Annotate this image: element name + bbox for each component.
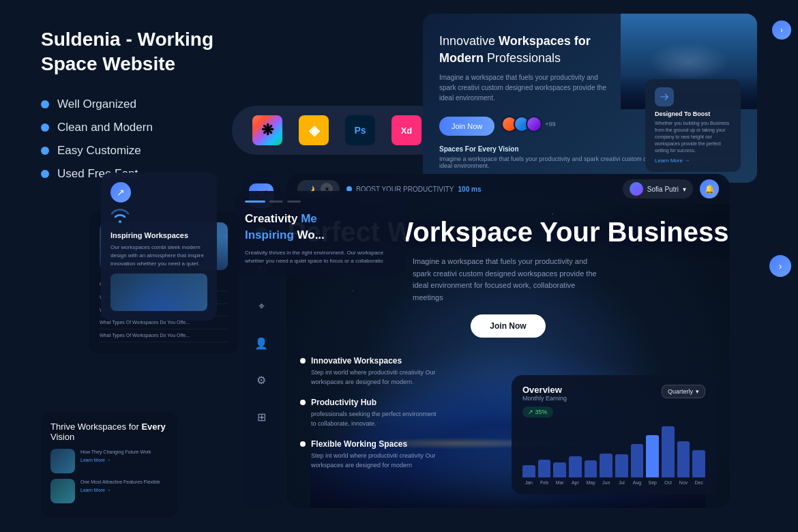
wifi-icon xyxy=(110,208,207,227)
feature-dot-3 xyxy=(41,147,49,155)
inspiring-image xyxy=(110,274,207,311)
chart-label-Dec: Dec xyxy=(692,480,705,485)
avatars-row: +99 xyxy=(501,116,555,132)
chart-label-Feb: Feb xyxy=(538,480,551,485)
chart-title-group: Overview Monthly Earning xyxy=(522,385,567,402)
blog-item-2: One Most Attractive Features Flexible Le… xyxy=(50,479,168,503)
designed-card: Designed To Boost Whether you building y… xyxy=(645,79,741,172)
tools-row: ❋ ◈ Ps Xd xyxy=(232,106,442,155)
main-title: Suldenia - Working Space Website xyxy=(41,27,259,77)
topbar-right: Sofia Putri ▾ 🔔 xyxy=(623,179,719,198)
chart-bar-Jul xyxy=(615,454,628,477)
creativity-card: Creativity MeInspiring Wo... Creativity … xyxy=(235,191,406,275)
main-desc: Imagine a workspace that fuels your prod… xyxy=(385,256,631,304)
blog-thumb-1 xyxy=(50,449,75,473)
creativity-title: Creativity MeInspiring Wo... xyxy=(245,211,396,243)
chart-label-Nov: Nov xyxy=(677,480,690,485)
creativity-desc: Creativity thrives in the right environm… xyxy=(245,249,396,265)
faq-item-5[interactable]: What Types Of Workspaces Do You Offe... xyxy=(100,329,228,342)
chart-label-Jul: Jul xyxy=(615,480,628,485)
features-overlay: Innovative Workspaces Step int world whe… xyxy=(300,356,437,481)
xd-icon[interactable]: Xd xyxy=(391,115,422,145)
right-nav-button[interactable]: › xyxy=(769,255,791,277)
workspace-card-title: Innovative Workspaces for Modern Profess… xyxy=(439,33,617,67)
designed-card-link[interactable]: Learn More → xyxy=(655,158,731,164)
chart-label-Jan: Jan xyxy=(522,480,535,485)
feat-dot-2 xyxy=(300,400,306,405)
chart-label-Jun: Jun xyxy=(600,480,612,485)
chart-bar-Jun xyxy=(600,454,612,477)
feat-productivity-title: Productivity Hub xyxy=(300,398,437,407)
chart-subtitle: Monthly Earning xyxy=(522,395,567,402)
growth-badge: ↗ 35% xyxy=(522,407,553,417)
chart-label-Oct: Oct xyxy=(662,480,675,485)
chart-bars xyxy=(522,423,705,477)
arrow-icon: ↗ xyxy=(110,182,131,203)
photoshop-icon[interactable]: Ps xyxy=(345,115,375,145)
tab-3[interactable] xyxy=(287,201,301,203)
feature-innovative: Innovative Workspaces Step int world whe… xyxy=(300,356,437,387)
chart-bar-Sep xyxy=(646,435,659,477)
chart-overlay: Overview Monthly Earning Quarterly ▾ ↗ 3… xyxy=(512,375,716,494)
tab-active[interactable] xyxy=(245,201,265,203)
top-right-join-button[interactable]: Join Now xyxy=(439,117,494,136)
feat-flexible-title: Flexible Working Spaces xyxy=(300,439,437,449)
feature-list: Well Organized Clean and Modern Easy Cus… xyxy=(41,98,259,181)
blog-item-1: How They Changing Future Work Learn More… xyxy=(50,449,168,473)
chart-bar-Apr xyxy=(569,456,582,477)
blog-text-1: How They Changing Future Work Learn More… xyxy=(80,449,151,462)
designed-card-desc: Whether you building you Business from t… xyxy=(655,120,731,153)
thrive-card: Thrive Workspaces for Every Vision How T… xyxy=(41,412,177,518)
tab-2[interactable] xyxy=(269,201,283,203)
chevron-down-icon: ▾ xyxy=(696,388,699,395)
chart-bar-Mar xyxy=(553,462,566,477)
chart-header: Overview Monthly Earning Quarterly ▾ xyxy=(522,385,705,402)
chart-label-Aug: Aug xyxy=(631,480,644,485)
feature-productivity: Productivity Hub professionals seeking t… xyxy=(300,398,437,428)
main-join-button[interactable]: Join Now xyxy=(471,314,545,338)
sidebar-search-icon[interactable]: ⌖ xyxy=(249,294,274,319)
inspiring-card: ↗ Inspiring Workspaces Our workspaces co… xyxy=(101,173,217,321)
notification-icon[interactable]: 🔔 xyxy=(700,179,719,198)
workspace-card-desc: Imagine a workspace that fuels your prod… xyxy=(439,72,617,103)
blog-link-1[interactable]: Learn More → xyxy=(80,458,151,462)
top-right-card: Innovative Workspaces for Modern Profess… xyxy=(423,14,757,183)
chart-bar-Aug xyxy=(631,444,644,477)
feat-dot-1 xyxy=(300,358,306,364)
chevron-down-icon: ▾ xyxy=(683,186,686,193)
sidebar-grid-icon[interactable]: ⊞ xyxy=(249,404,274,429)
chart-label-Apr: Apr xyxy=(569,480,582,485)
quarterly-filter-button[interactable]: Quarterly ▾ xyxy=(662,385,705,398)
user-avatar xyxy=(630,182,643,196)
feature-item-2: Clean and Modern xyxy=(41,121,259,134)
user-pill[interactable]: Sofia Putri ▾ xyxy=(623,179,693,198)
chart-bar-Dec xyxy=(692,450,705,477)
chart-label-May: May xyxy=(585,480,597,485)
chart-bar-Jan xyxy=(522,465,535,477)
feature-dot-4 xyxy=(41,170,49,178)
feature-dot-1 xyxy=(41,100,49,108)
sidebar-user-icon[interactable]: 👤 xyxy=(249,331,274,355)
chart-bar-May xyxy=(585,460,597,477)
feature-dot-2 xyxy=(41,123,49,132)
sidebar-settings-icon[interactable]: ⚙ xyxy=(249,368,274,392)
feat-productivity-desc: professionals seeking the perfect enviro… xyxy=(300,410,437,428)
chart-bar-Feb xyxy=(538,460,551,477)
designed-card-title: Designed To Boost xyxy=(655,110,731,117)
feat-innovative-title: Innovative Workspaces xyxy=(300,356,437,366)
chart-label-Mar: Mar xyxy=(553,480,566,485)
feat-innovative-desc: Step int world where productiviti creati… xyxy=(300,368,437,387)
blog-link-2[interactable]: Learn More → xyxy=(80,488,160,492)
chart-labels: JanFebMarAprMayJunJulAugSepOctNovDec xyxy=(522,480,705,485)
feature-flexible: Flexible Working Spaces Step int world w… xyxy=(300,439,437,470)
feat-dot-3 xyxy=(300,441,306,447)
blog-thumb-2 xyxy=(50,479,75,503)
sketch-icon[interactable]: ◈ xyxy=(299,115,329,145)
chart-bar-Nov xyxy=(677,441,690,477)
blog-text-2: One Most Attractive Features Flexible Le… xyxy=(80,479,160,492)
feat-flexible-desc: Step int world where productiviti creati… xyxy=(300,452,437,470)
creativity-tabs xyxy=(245,201,396,203)
figma-icon[interactable]: ❋ xyxy=(252,115,282,145)
designed-icon xyxy=(655,87,674,106)
top-right-nav-button[interactable]: › xyxy=(772,20,791,40)
